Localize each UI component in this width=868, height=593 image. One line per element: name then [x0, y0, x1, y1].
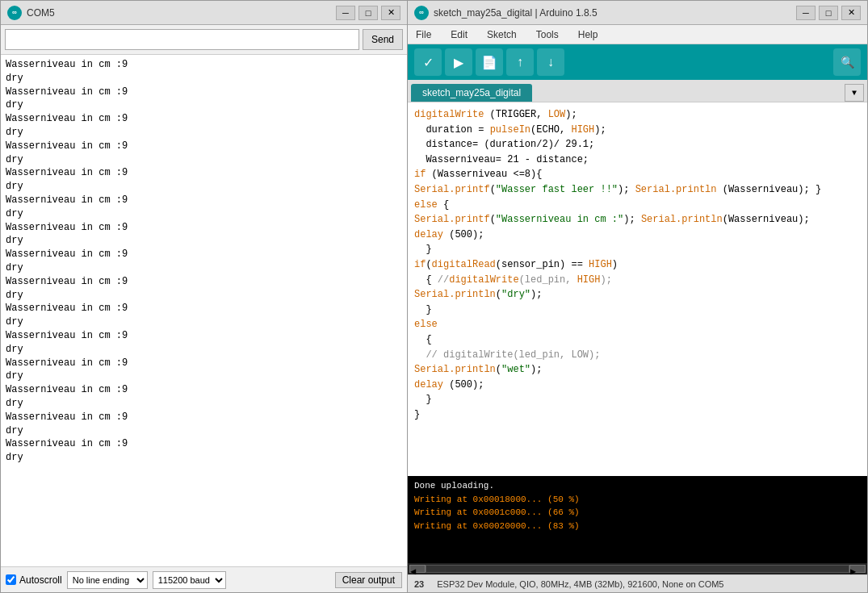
serial-line: Wasserniveau in cm :9 — [6, 302, 402, 315]
baud-rate-select[interactable]: 9600 baud19200 baud38400 baud57600 baud1… — [153, 571, 226, 589]
arduino-close-button[interactable]: ✕ — [841, 6, 861, 20]
com5-title: COM5 — [27, 7, 55, 19]
com5-bottom-bar: Autoscroll No line endingNewlineCarriage… — [1, 566, 407, 592]
serial-line: Wasserniveau in cm :9 — [6, 357, 402, 370]
code-line: duration = pulseIn(ECHO, HIGH); — [414, 123, 861, 138]
arduino-titlebar-left: ∞ sketch_may25a_digital | Arduino 1.8.5 — [414, 6, 598, 20]
clear-output-button[interactable]: Clear output — [335, 572, 402, 588]
arduino-minimize-button[interactable]: ─ — [796, 6, 816, 20]
status-line-number: 23 — [414, 579, 424, 589]
serial-line: dry — [6, 370, 402, 383]
autoscroll-label: Autoscroll — [19, 574, 62, 586]
code-line: Serial.println("wet"); — [414, 362, 861, 378]
serial-line: Wasserniveau in cm :9 — [6, 383, 402, 397]
code-line: delay (500); — [414, 378, 861, 393]
code-line: else { — [414, 198, 861, 213]
com5-titlebar-left: ∞ COM5 — [7, 6, 55, 20]
hscroll-left-arrow[interactable]: ◀ — [409, 565, 426, 573]
menu-help[interactable]: Help — [575, 27, 602, 42]
serial-line: dry — [6, 261, 402, 275]
serial-line: dry — [6, 451, 402, 465]
save-button[interactable]: ↓ — [537, 48, 564, 76]
status-board-info: ESP32 Dev Module, QIO, 80MHz, 4MB (32Mb)… — [437, 579, 723, 589]
com5-window-controls: ─ □ ✕ — [336, 6, 400, 20]
serial-line: Wasserniveau in cm :9 — [6, 248, 402, 261]
arduino-menu-bar: File Edit Sketch Tools Help — [408, 25, 867, 44]
serial-line: Wasserniveau in cm :9 — [6, 275, 402, 289]
serial-line: dry — [6, 397, 402, 411]
serial-line: dry — [6, 153, 402, 167]
serial-line: dry — [6, 234, 402, 248]
serial-line: Wasserniveau in cm :9 — [6, 194, 402, 207]
code-line: } — [414, 407, 861, 423]
code-line: { — [414, 332, 861, 348]
console-line: Writing at 0x0001c000... (66 %) — [414, 506, 861, 520]
arduino-window-controls: ─ □ ✕ — [796, 6, 861, 20]
code-line: Serial.printf("Wasser fast leer !!"); Se… — [414, 182, 861, 198]
console-hscroll[interactable]: ◀ ▶ — [408, 563, 867, 574]
code-editor[interactable]: digitalWrite (TRIGGER, LOW); duration = … — [408, 102, 867, 476]
tab-dropdown-button[interactable]: ▼ — [845, 84, 864, 102]
autoscroll-checkbox[interactable] — [6, 574, 16, 585]
serial-line: Wasserniveau in cm :9 — [6, 86, 402, 99]
arduino-titlebar: ∞ sketch_may25a_digital | Arduino 1.8.5 … — [408, 1, 867, 25]
serial-line: Wasserniveau in cm :9 — [6, 166, 402, 180]
serial-line: dry — [6, 180, 402, 194]
hscroll-right-arrow[interactable]: ▶ — [849, 565, 866, 573]
serial-line: dry — [6, 72, 402, 86]
menu-tools[interactable]: Tools — [533, 27, 562, 42]
code-line: delay (500); — [414, 228, 861, 243]
arduino-logo: ∞ — [414, 6, 429, 20]
code-line: Serial.printf("Wasserniveau in cm :"); S… — [414, 212, 861, 228]
menu-edit[interactable]: Edit — [447, 27, 471, 42]
menu-file[interactable]: File — [413, 27, 434, 42]
code-line: } — [414, 242, 861, 257]
serial-monitor-button[interactable]: 🔍 — [833, 48, 861, 76]
serial-line: Wasserniveau in cm :9 — [6, 437, 402, 451]
hscroll-track[interactable] — [426, 565, 849, 573]
serial-line: Wasserniveau in cm :9 — [6, 411, 402, 424]
code-line: // digitalWrite(led_pin, LOW); — [414, 348, 861, 363]
serial-line: dry — [6, 126, 402, 140]
code-line: digitalWrite (TRIGGER, LOW); — [414, 107, 861, 123]
com5-logo: ∞ — [7, 6, 22, 20]
code-line: if (Wasserniveau <=8){ — [414, 167, 861, 182]
code-line: distance= (duration/2)/ 29.1; — [414, 137, 861, 152]
com5-serial-input[interactable] — [5, 29, 359, 50]
console-line: Done uploading. — [414, 479, 861, 493]
console-area: Done uploading.Writing at 0x00018000... … — [408, 476, 867, 563]
verify-button[interactable]: ✓ — [414, 48, 442, 76]
arduino-title: sketch_may25a_digital | Arduino 1.8.5 — [434, 7, 598, 19]
com5-input-row: Send — [1, 25, 407, 55]
tab-sketch[interactable]: sketch_may25a_digital — [411, 84, 532, 102]
serial-line: Wasserniveau in cm :9 — [6, 329, 402, 343]
com5-titlebar: ∞ COM5 ─ □ ✕ — [1, 1, 407, 25]
arduino-toolbar: ✓ ▶ 📄 ↑ ↓ 🔍 — [408, 44, 867, 80]
serial-line: dry — [6, 207, 402, 221]
menu-sketch[interactable]: Sketch — [484, 27, 520, 42]
autoscroll-container: Autoscroll — [6, 574, 62, 586]
com5-minimize-button[interactable]: ─ — [336, 6, 355, 20]
console-line: Writing at 0x00018000... (50 %) — [414, 493, 861, 507]
serial-line: Wasserniveau in cm :9 — [6, 140, 402, 153]
code-line: else — [414, 317, 861, 332]
com5-window: ∞ COM5 ─ □ ✕ Send Wasserniveau in cm :9d… — [0, 0, 408, 593]
com5-maximize-button[interactable]: □ — [359, 6, 378, 20]
arduino-maximize-button[interactable]: □ — [819, 6, 838, 20]
line-ending-select[interactable]: No line endingNewlineCarriage returnBoth… — [67, 571, 148, 589]
send-button[interactable]: Send — [363, 29, 403, 50]
code-line: } — [414, 392, 861, 407]
tab-bar: sketch_may25a_digital ▼ — [408, 80, 867, 102]
arduino-window: ∞ sketch_may25a_digital | Arduino 1.8.5 … — [408, 0, 868, 593]
serial-line: Wasserniveau in cm :9 — [6, 112, 402, 126]
open-button[interactable]: ↑ — [506, 48, 534, 76]
com5-close-button[interactable]: ✕ — [381, 6, 400, 20]
upload-button[interactable]: ▶ — [445, 48, 472, 76]
new-button[interactable]: 📄 — [476, 48, 503, 76]
serial-output[interactable]: Wasserniveau in cm :9dryWasserniveau in … — [1, 55, 407, 566]
serial-line: Wasserniveau in cm :9 — [6, 58, 402, 72]
serial-line: dry — [6, 343, 402, 357]
serial-line: dry — [6, 289, 402, 303]
code-line: Wasserniveau= 21 - distance; — [414, 152, 861, 168]
status-bar: 23 ESP32 Dev Module, QIO, 80MHz, 4MB (32… — [408, 574, 867, 592]
